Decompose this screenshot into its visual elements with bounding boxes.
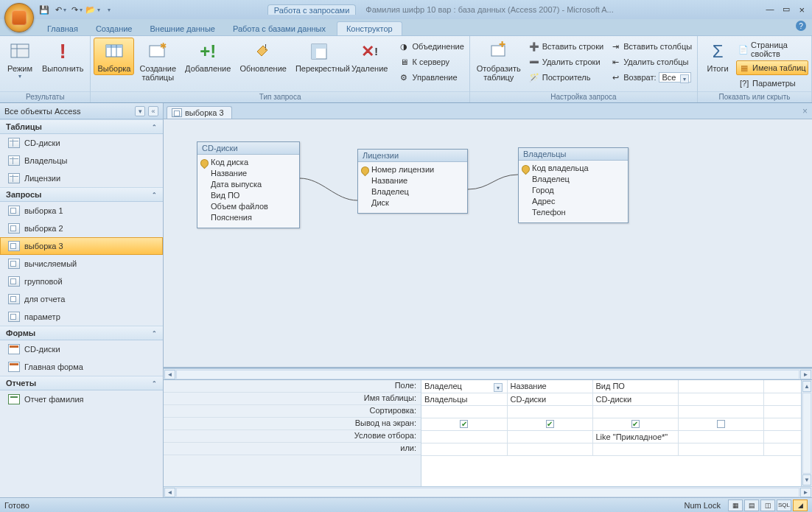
grid-cell[interactable] (421, 443, 507, 455)
view-pivot-icon[interactable]: ▤ (744, 499, 759, 511)
grid-cell[interactable]: Владелец▾ (421, 380, 507, 393)
nav-collapse-icon[interactable]: « (148, 106, 158, 116)
field-item[interactable]: Город (532, 185, 623, 196)
grid-hscroll[interactable]: ◄► (164, 486, 812, 497)
grid-cell[interactable] (592, 443, 678, 455)
grid-cell[interactable] (678, 418, 763, 430)
grid-cell[interactable] (678, 430, 763, 443)
grid-cell[interactable] (507, 418, 592, 430)
nav-dropdown-icon[interactable]: ▾ (135, 106, 145, 116)
chevron-down-icon[interactable]: ▾ (494, 383, 503, 392)
field-item[interactable]: Номер лицензии (371, 164, 463, 175)
qat-more-icon[interactable]: ▾ (103, 4, 115, 15)
datadef-button[interactable]: ⚙Управление (396, 70, 466, 85)
grid-cell[interactable] (507, 430, 592, 443)
params-button[interactable]: [?]Параметры (736, 76, 808, 91)
field-item[interactable]: Вид ПО (211, 190, 295, 201)
tab-design[interactable]: Конструктор (337, 21, 402, 35)
show-checkbox[interactable] (460, 420, 468, 428)
field-item[interactable]: Диск (371, 197, 463, 208)
maketable-button[interactable]: ✱Создание таблицы (136, 38, 180, 84)
grid-cell[interactable] (678, 380, 763, 393)
showtable-button[interactable]: ✚Отобразить таблицу (473, 38, 525, 84)
update-button[interactable]: !Обновление (236, 38, 290, 75)
grid-cell[interactable] (763, 418, 801, 430)
nav-item[interactable]: Отчет фамилия (0, 390, 163, 408)
save-icon[interactable]: 💾 (38, 4, 50, 15)
nav-item[interactable]: вычисляемый (0, 255, 163, 273)
nav-item[interactable]: Главная форма (0, 358, 163, 376)
grid-cell[interactable] (763, 443, 801, 455)
query-canvas[interactable]: CD-дискиКод дискаНазваниеДата выпускаВид… (164, 119, 812, 368)
maximize-icon[interactable]: ▭ (783, 4, 790, 15)
redo-icon[interactable]: ↷ (71, 4, 83, 15)
scroll-right-icon[interactable]: ► (800, 370, 811, 379)
field-item[interactable]: Название (211, 168, 295, 179)
nav-item[interactable]: Лицензии (0, 169, 163, 187)
grid-vscroll[interactable]: ▲▼ (801, 380, 812, 486)
table-box[interactable]: ВладельцыКод владельцаВладелецГородАдрес… (518, 147, 629, 223)
field-item[interactable]: Адрес (532, 196, 623, 207)
tab-home[interactable]: Главная (38, 22, 87, 35)
grid-cell[interactable] (592, 418, 678, 430)
help-icon[interactable]: ? (796, 21, 806, 31)
nav-item[interactable]: CD-диски (0, 134, 163, 152)
passthrough-button[interactable]: 🖥К серверу (396, 55, 466, 69)
crosstab-button[interactable]: Перекрестный (292, 38, 346, 75)
close-icon[interactable]: × (799, 4, 805, 15)
grid-cell[interactable]: Вид ПО (592, 380, 678, 393)
field-item[interactable]: Код диска (211, 157, 295, 168)
select-query-button[interactable]: Выборка (94, 38, 134, 75)
field-item[interactable]: Дата выпуска (211, 179, 295, 190)
nav-item[interactable]: групповой (0, 273, 163, 290)
field-item[interactable]: Код владельца (532, 163, 623, 174)
run-button[interactable]: !Выполнить (38, 38, 87, 75)
propsheet-button[interactable]: 📄Страница свойств (736, 39, 808, 60)
nav-group-header[interactable]: Запросы⌃ (0, 187, 163, 202)
grid-cell[interactable] (678, 405, 763, 418)
grid-cell[interactable] (763, 380, 801, 393)
field-item[interactable]: Телефон (532, 207, 623, 218)
grid-cell[interactable]: Like "Прикладное*" (592, 430, 678, 443)
nav-group-header[interactable]: Таблицы⌃ (0, 119, 163, 134)
field-item[interactable]: Пояснения (211, 212, 295, 223)
undo-icon[interactable]: ↶ (55, 4, 66, 15)
nav-item[interactable]: CD-диски (0, 340, 163, 358)
grid-cell[interactable]: Владельцы (421, 393, 507, 405)
insertcols-button[interactable]: ⇥Вставить столбцы (607, 39, 694, 54)
return-control[interactable]: ↩Возврат: Все▾ (607, 70, 694, 85)
grid-cell[interactable] (763, 430, 801, 443)
show-checkbox[interactable] (717, 420, 725, 428)
grid-cell[interactable]: CD-диски (592, 393, 678, 405)
office-button[interactable] (4, 3, 34, 32)
view-sql-icon[interactable]: SQL (777, 499, 791, 511)
nav-item[interactable]: выборка 3 (0, 237, 163, 255)
field-item[interactable]: Владелец (532, 174, 623, 185)
field-item[interactable]: Владелец (371, 186, 463, 197)
grid-cell[interactable] (763, 393, 801, 405)
insertrows-button[interactable]: ➕Вставить строки (526, 39, 606, 54)
minimize-icon[interactable]: — (766, 4, 774, 15)
grid-cell[interactable] (678, 443, 763, 455)
grid-cell[interactable] (421, 418, 507, 430)
doc-tab[interactable]: выборка 3 (167, 106, 232, 119)
nav-header[interactable]: Все объекты Access ▾« (0, 103, 163, 119)
view-pivotchart-icon[interactable]: ◫ (760, 499, 775, 511)
grid-cell[interactable] (421, 430, 507, 443)
grid-cell[interactable] (763, 405, 801, 418)
grid-cell[interactable] (507, 443, 592, 455)
open-icon[interactable]: 📂 (87, 4, 99, 15)
builder-button[interactable]: 🪄Построитель (526, 70, 606, 85)
nav-item[interactable]: выборка 2 (0, 220, 163, 237)
show-checkbox[interactable] (631, 420, 640, 428)
grid-cell[interactable]: CD-диски (507, 393, 592, 405)
grid-cell[interactable] (421, 405, 507, 418)
view-button[interactable]: Режим▾ (3, 38, 37, 82)
tab-create[interactable]: Создание (87, 22, 141, 35)
doc-close-icon[interactable]: × (802, 106, 808, 116)
field-item[interactable]: Объем файлов (211, 201, 295, 212)
show-checkbox[interactable] (546, 420, 554, 428)
scroll-right-icon[interactable]: ► (800, 488, 811, 497)
nav-item[interactable]: для отчета (0, 290, 163, 308)
tablenames-button[interactable]: ▦Имена таблиц (736, 60, 808, 75)
